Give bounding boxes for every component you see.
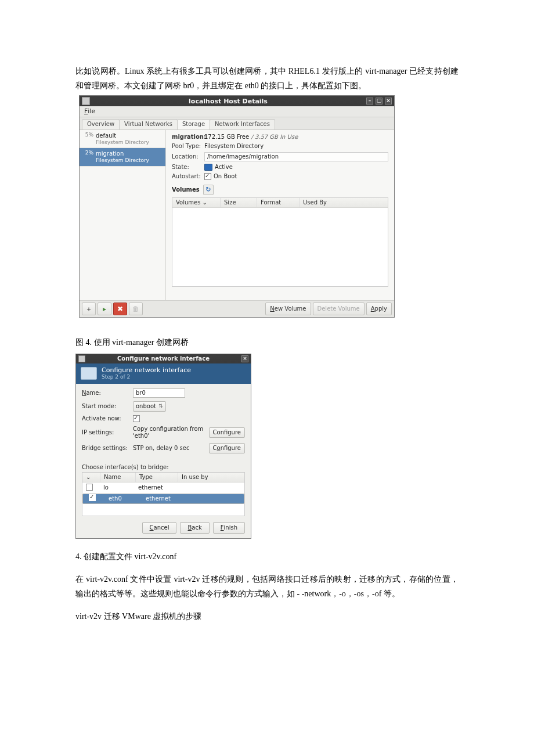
wizard-banner: Configure network interface Step 2 of 2: [76, 363, 251, 384]
row-type: ethernet: [142, 494, 184, 503]
fig-configure-network-interface: Configure network interface × Configure …: [75, 354, 251, 539]
pool-header: migration: 172.15 GB Free / 3.57 GB In U…: [172, 134, 388, 141]
row-name: lo: [100, 483, 135, 492]
pool-subtype: Filesystem Directory: [96, 139, 149, 145]
pool-autostart-value: On Boot: [204, 173, 388, 180]
name-input[interactable]: br0: [133, 388, 185, 398]
paragraph-virtv2vconf: 在 virt-v2v.conf 文件中设置 virt-v2v 迁移的规则，包括网…: [75, 572, 459, 601]
choose-interfaces-label: Choose interface(s) to bridge:: [82, 464, 245, 471]
maximize-icon[interactable]: ▢: [376, 98, 383, 105]
pool-usage-pct: 2%: [83, 150, 93, 156]
network-icon: [81, 367, 97, 380]
volumes-table: Volumes ⌄ Size Format Used By: [172, 197, 388, 287]
wizard-banner-text: Configure network interface Step 2 of 2: [102, 366, 191, 380]
start-mode-select[interactable]: onboot⇅: [133, 401, 166, 412]
col-usedby[interactable]: Used By: [300, 198, 388, 207]
tab-storage[interactable]: Storage: [177, 119, 210, 129]
volumes-label: Volumes: [172, 186, 200, 193]
pool-list-fill: [80, 167, 165, 300]
pool-name-label: migration:: [172, 134, 204, 141]
tab-overview[interactable]: Overview: [82, 119, 120, 129]
row-type: ethernet: [135, 483, 176, 492]
pool-usage: 172.15 GB Free / 3.57 GB In Use: [204, 134, 388, 141]
col-size[interactable]: Size: [221, 198, 257, 207]
pool-autostart-text: On Boot: [214, 173, 237, 179]
row-name: eth0: [105, 494, 140, 503]
minimize-icon[interactable]: –: [366, 98, 373, 105]
pool-item-default[interactable]: 5% default Filesystem Directory: [80, 130, 165, 149]
ip-configure-button[interactable]: Configure: [209, 427, 245, 438]
pool-usage-pct: 5%: [83, 132, 93, 138]
col-volumes[interactable]: Volumes ⌄: [172, 198, 221, 207]
refresh-button[interactable]: ↻: [203, 185, 214, 195]
window-title: localhost Host Details: [90, 98, 366, 105]
new-volume-button[interactable]: New Volume: [265, 303, 311, 315]
pool-name: migration: [96, 150, 124, 157]
col-type[interactable]: Type: [136, 473, 178, 482]
pool-item-migration[interactable]: 2% migration Filesystem Directory: [80, 148, 165, 167]
col-format[interactable]: Format: [257, 198, 300, 207]
wizard-buttons: Cancel Back Finish: [76, 516, 251, 538]
label-ip-settings: IP settings:: [82, 429, 131, 436]
dropdown-arrow-icon: ⇅: [158, 403, 163, 409]
storage-pool-list: 5% default Filesystem Directory 2% migra…: [80, 130, 166, 301]
menu-file[interactable]: File: [84, 107, 95, 115]
finish-button[interactable]: Finish: [213, 522, 245, 534]
label-activate-now: Activate now:: [82, 415, 131, 422]
step4-heading: 4. 创建配置文件 virt-v2v.conf: [75, 549, 459, 564]
wizard-title: Configure network interface: [102, 366, 191, 374]
pool-type-value: Filesystem Directory: [204, 143, 388, 150]
volumes-table-header: Volumes ⌄ Size Format Used By: [172, 198, 388, 208]
back-button[interactable]: Back: [180, 522, 209, 534]
bridge-configure-button[interactable]: Configure: [209, 443, 245, 453]
pool-autostart-label: Autostart:: [172, 173, 204, 180]
pool-name: default: [96, 132, 116, 139]
pool-state-value: Active: [204, 164, 388, 171]
interface-row-lo[interactable]: lo ethernet: [82, 483, 244, 494]
col-check[interactable]: ⌄: [82, 473, 100, 482]
interface-row-eth0[interactable]: eth0 ethernet: [82, 494, 244, 504]
ip-settings-value: Copy configuration from 'eth0': [133, 426, 207, 440]
row-inuseby: [186, 498, 241, 500]
pool-state-text: Active: [215, 164, 233, 170]
label-bridge-settings: Bridge settings:: [82, 445, 131, 452]
col-name[interactable]: Name: [100, 473, 136, 482]
add-pool-button[interactable]: ＋: [82, 303, 96, 315]
paragraph-intro: 比如说网桥。Linux 系统上有很多工具可以创建网桥，其中 RHEL6.1 发行…: [75, 64, 459, 93]
active-state-icon: [204, 164, 212, 171]
stop-pool-button[interactable]: ✖: [113, 303, 127, 315]
menubar: File: [80, 106, 394, 117]
cancel-button[interactable]: Cancel: [142, 522, 177, 534]
pool-footer: ＋ ▸ ✖ 🗑 New Volume Delete Volume Apply: [80, 300, 394, 317]
col-inuseby[interactable]: In use by: [178, 473, 244, 482]
delete-pool-button[interactable]: 🗑: [129, 303, 143, 315]
interfaces-table-header: ⌄ Name Type In use by: [82, 473, 244, 483]
window-titlebar: localhost Host Details – ▢ ×: [80, 96, 394, 106]
figure4-caption: 图 4. 使用 virt-manager 创建网桥: [75, 335, 459, 350]
tab-virtual-networks[interactable]: Virtual Networks: [119, 119, 178, 129]
window-app-icon: [78, 355, 85, 362]
row-checkbox[interactable]: [86, 484, 93, 491]
pool-location-label: Location:: [172, 153, 204, 160]
start-mode-value: onboot: [136, 403, 156, 410]
delete-volume-button[interactable]: Delete Volume: [313, 303, 365, 315]
pool-free: 172.15 GB Free: [204, 134, 249, 140]
tabs: Overview Virtual Networks Storage Networ…: [80, 117, 394, 130]
tab-network-interfaces[interactable]: Network Interfaces: [210, 119, 275, 129]
document-page: 比如说网桥。Linux 系统上有很多工具可以创建网桥，其中 RHEL6.1 发行…: [0, 0, 534, 663]
close-icon[interactable]: ×: [241, 355, 248, 362]
apply-button[interactable]: Apply: [366, 303, 392, 315]
pool-subtype: Filesystem Directory: [96, 157, 149, 163]
row-checkbox[interactable]: [89, 494, 96, 501]
autostart-checkbox[interactable]: [204, 173, 211, 180]
wizard-step: Step 2 of 2: [102, 374, 191, 380]
pool-location-input[interactable]: /home/images/migration: [204, 152, 388, 161]
pool-state-label: State:: [172, 164, 204, 171]
start-pool-button[interactable]: ▸: [98, 303, 111, 315]
window-titlebar: Configure network interface ×: [76, 354, 251, 363]
row-inuseby: [176, 487, 244, 489]
close-icon[interactable]: ×: [385, 98, 392, 105]
pool-details: migration: 172.15 GB Free / 3.57 GB In U…: [166, 130, 394, 301]
label-start-mode: Start mode:: [82, 403, 131, 410]
activate-now-checkbox[interactable]: [133, 415, 140, 422]
